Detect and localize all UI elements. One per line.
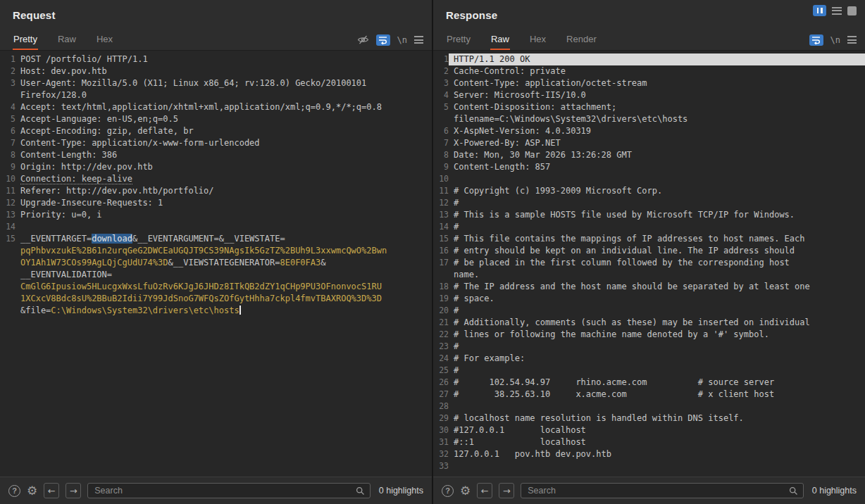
wrap-lines-button[interactable]: [376, 34, 390, 46]
window-controls: [813, 5, 857, 16]
code-line: 15__EVENTTARGET=download&__EVENTARGUMENT…: [0, 233, 432, 245]
tab-raw[interactable]: Raw: [57, 30, 77, 50]
tab-hex[interactable]: Hex: [96, 30, 113, 50]
line-number: 13: [433, 209, 449, 221]
line-number: 9: [0, 161, 15, 173]
search-field: [87, 483, 371, 498]
line-number: 8: [0, 149, 15, 161]
line-number: 15: [0, 233, 15, 245]
tab-pretty[interactable]: Pretty: [13, 30, 38, 50]
line-number: [0, 305, 15, 317]
code-line: 13Priority: u=0, i: [0, 209, 432, 221]
line-number: [0, 269, 15, 281]
settings-gear-icon[interactable]: ⚙: [460, 485, 471, 497]
code-line: 5Content-Disposition: attachment;: [433, 101, 865, 113]
code-line: 31#::1 localhost: [433, 436, 865, 448]
code-line: 19# space.: [433, 293, 865, 305]
code-line: 21# Additionally, comments (such as thes…: [433, 317, 865, 329]
layout-rows-button[interactable]: [832, 7, 842, 15]
line-number: 31: [433, 436, 449, 448]
code-line: pqPhbvxzukE%2B61n2urqGeG2DWCEaUGQJT9CS39…: [0, 245, 432, 257]
tab-raw[interactable]: Raw: [490, 30, 510, 50]
code-line: 10Connection: keep-alive: [0, 173, 432, 185]
message-editor-window: Request PrettyRawHex: [0, 0, 865, 504]
newline-toggle-button[interactable]: \n: [830, 35, 840, 45]
code-line: 10: [433, 173, 865, 185]
request-editor[interactable]: 1POST /portfolio/ HTTP/1.12Host: dev.pov…: [0, 51, 432, 477]
code-line: 1XCxcV8Bdc8sU%2BBuB2Idii7Y99JdSnoG7WFQsZ…: [0, 293, 432, 305]
line-number: 28: [433, 401, 449, 412]
tab-pretty[interactable]: Pretty: [446, 30, 471, 50]
code-line: 32127.0.0.1 pov.htb dev.pov.htb: [433, 448, 865, 460]
code-line: 24# For example:: [433, 353, 865, 365]
code-line: 8Date: Mon, 30 Mar 2026 13:26:28 GMT: [433, 149, 865, 161]
code-line: 11# Copyright (c) 1993-2009 Microsoft Co…: [433, 185, 865, 197]
line-number: 6: [433, 125, 449, 137]
code-line: 13# This is a sample HOSTS file used by …: [433, 209, 865, 221]
line-number: 18: [433, 281, 449, 293]
response-tabs: PrettyRawHexRender: [446, 30, 616, 50]
request-editor-toolbar: \n: [357, 30, 423, 50]
code-line: 28: [433, 401, 865, 412]
eye-slash-icon[interactable]: [357, 35, 369, 44]
line-number: 12: [0, 197, 15, 209]
line-number: 27: [433, 389, 449, 401]
code-line: 17# be placed in the first column follow…: [433, 257, 865, 269]
code-line: 29# localhost name resolution is handled…: [433, 412, 865, 424]
line-number: 3: [433, 77, 449, 89]
request-header: Request PrettyRawHex: [0, 0, 432, 51]
tab-hex[interactable]: Hex: [529, 30, 547, 50]
code-line: name.: [433, 269, 865, 281]
search-icon: [789, 486, 798, 496]
wrap-lines-button[interactable]: [809, 34, 823, 46]
code-line: 15# This file contains the mappings of I…: [433, 233, 865, 245]
line-number: 9: [433, 161, 449, 173]
line-number: 33: [433, 460, 449, 472]
line-number: 2: [433, 65, 449, 77]
editor-menu-icon[interactable]: [414, 36, 423, 44]
search-input[interactable]: [526, 485, 789, 496]
code-line: 25#: [433, 365, 865, 377]
code-line: 2Host: dev.pov.htb: [0, 65, 432, 77]
search-prev-button[interactable]: ←: [477, 483, 492, 498]
request-panel: Request PrettyRawHex: [0, 0, 432, 504]
line-number: 19: [433, 293, 449, 305]
line-number: 4: [0, 101, 15, 113]
search-next-button[interactable]: →: [499, 483, 514, 498]
code-line: 6Accept-Encoding: gzip, deflate, br: [0, 125, 432, 137]
code-line: 2Cache-Control: private: [433, 65, 865, 77]
line-number: 16: [433, 245, 449, 257]
line-number: 2: [0, 65, 15, 77]
help-icon[interactable]: ?: [8, 485, 20, 497]
code-line: 33: [433, 460, 865, 472]
code-line: 1POST /portfolio/ HTTP/1.1: [0, 53, 432, 65]
pause-button[interactable]: [813, 5, 826, 16]
code-line: filename=C:\Windows\System32\drivers\etc…: [433, 113, 865, 125]
tab-render[interactable]: Render: [566, 30, 597, 50]
help-icon[interactable]: ?: [442, 485, 454, 497]
newline-toggle-button[interactable]: \n: [397, 35, 407, 45]
line-number: 11: [433, 185, 449, 197]
editor-menu-icon[interactable]: [847, 36, 857, 44]
search-input[interactable]: [93, 485, 356, 496]
code-line: 7X-Powered-By: ASP.NET: [433, 137, 865, 149]
code-line: 11Referer: http://dev.pov.htb/portfolio/: [0, 185, 432, 197]
line-number: [0, 257, 15, 269]
response-editor[interactable]: 1HTTP/1.1 200 OK2Cache-Control: private3…: [433, 51, 865, 477]
settings-gear-icon[interactable]: ⚙: [27, 485, 37, 497]
code-line: 20#: [433, 305, 865, 317]
code-line: Firefox/128.0: [0, 89, 432, 101]
search-prev-button[interactable]: ←: [44, 483, 59, 498]
line-number: [0, 89, 15, 101]
line-number: [0, 293, 15, 305]
code-line: 3User-Agent: Mozilla/5.0 (X11; Linux x86…: [0, 77, 432, 89]
line-number: 21: [433, 317, 449, 329]
code-line: 14#: [433, 221, 865, 233]
line-number: 11: [0, 185, 15, 197]
line-number: 20: [433, 305, 449, 317]
search-next-button[interactable]: →: [66, 483, 81, 498]
layout-maximize-button[interactable]: [847, 6, 857, 15]
line-number: 10: [0, 173, 15, 185]
code-line: 3Content-Type: application/octet-stream: [433, 77, 865, 89]
line-number: 5: [0, 113, 15, 125]
